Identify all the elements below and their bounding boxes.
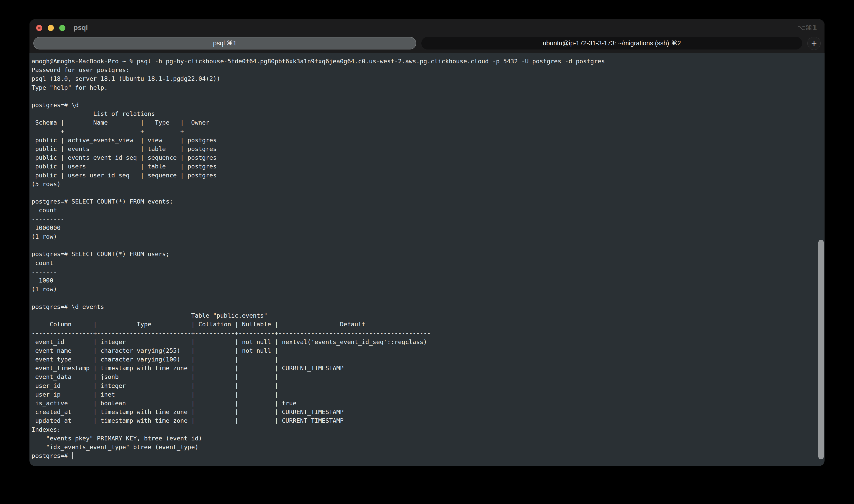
window-shortcut-hint: ⌥⌘1 — [797, 24, 817, 32]
scrollbar-thumb[interactable] — [818, 240, 824, 460]
minimize-button[interactable] — [48, 25, 54, 31]
traffic-lights — [36, 25, 66, 31]
desktop-background: psql ⌥⌘1 psql ⌘1 ubuntu@ip-172-31-3-173:… — [0, 0, 854, 504]
window-title: psql — [74, 24, 88, 32]
terminal-prompt: postgres=# — [32, 452, 72, 460]
plus-icon: + — [811, 38, 817, 48]
terminal-prompt-line: postgres=# — [32, 451, 824, 460]
title-bar[interactable]: psql ⌥⌘1 — [30, 19, 824, 36]
close-button[interactable] — [36, 25, 42, 31]
terminal-window: psql ⌥⌘1 psql ⌘1 ubuntu@ip-172-31-3-173:… — [30, 19, 824, 466]
tab-ssh-migrations[interactable]: ubuntu@ip-172-31-3-173: ~/migrations (ss… — [421, 37, 802, 50]
new-tab-button[interactable]: + — [807, 37, 821, 50]
text-cursor-icon — [72, 452, 73, 460]
window-chrome: psql ⌥⌘1 psql ⌘1 ubuntu@ip-172-31-3-173:… — [30, 19, 824, 53]
zoom-button[interactable] — [59, 25, 66, 31]
tab-ssh-migrations-label: ubuntu@ip-172-31-3-173: ~/migrations (ss… — [542, 39, 681, 47]
tab-bar: psql ⌘1 ubuntu@ip-172-31-3-173: ~/migrat… — [30, 36, 824, 53]
close-button-dot-icon — [38, 27, 40, 29]
tab-psql-label: psql ⌘1 — [213, 39, 237, 47]
terminal-scrollback: amogh@Amoghs-MacBook-Pro ~ % psql -h pg-… — [32, 57, 824, 451]
tab-psql[interactable]: psql ⌘1 — [33, 37, 416, 50]
terminal-content[interactable]: amogh@Amoghs-MacBook-Pro ~ % psql -h pg-… — [30, 53, 824, 466]
